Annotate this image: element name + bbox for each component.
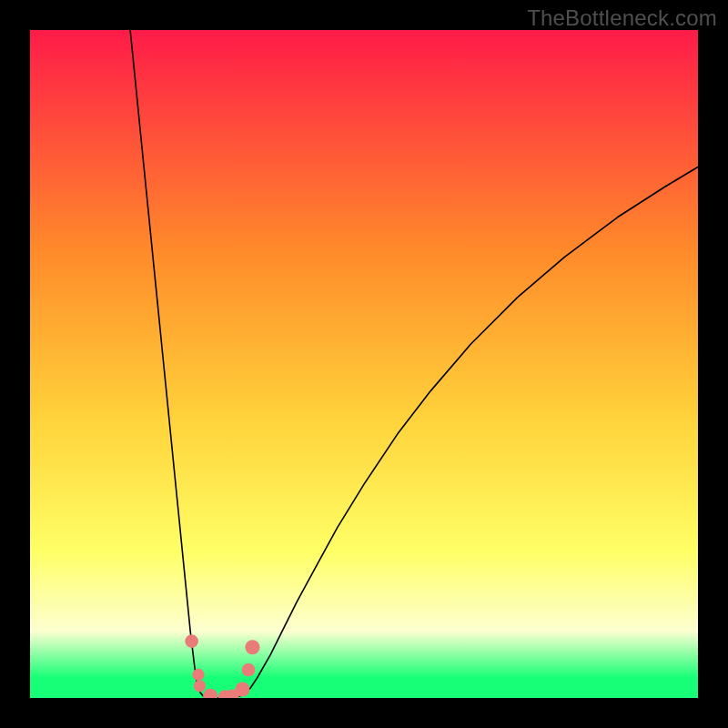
gradient-background	[30, 30, 698, 698]
data-marker	[245, 640, 259, 654]
data-marker	[192, 669, 204, 681]
data-marker	[242, 663, 256, 677]
data-marker	[185, 634, 198, 648]
data-marker	[194, 680, 206, 692]
chart-frame: TheBottleneck.com	[0, 0, 728, 728]
bottleneck-curve-chart	[30, 30, 698, 698]
watermark-text: TheBottleneck.com	[527, 5, 717, 31]
data-marker	[235, 682, 249, 696]
